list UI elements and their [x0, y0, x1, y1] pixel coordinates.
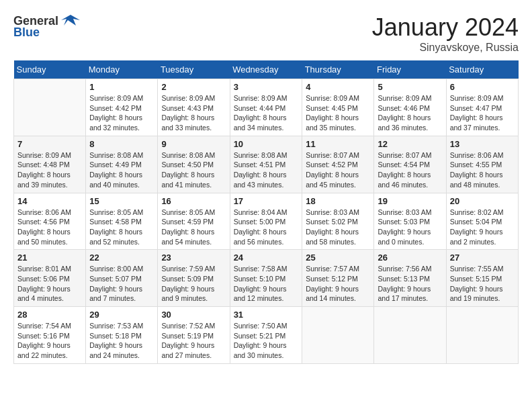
day-number: 28 [17, 310, 82, 320]
day-info: Sunrise: 8:01 AM Sunset: 5:06 PM Dayligh… [17, 264, 82, 304]
day-info: Sunrise: 8:07 AM Sunset: 4:52 PM Dayligh… [306, 150, 370, 190]
calendar-day-cell: 6Sunrise: 8:09 AM Sunset: 4:47 PM Daylig… [446, 79, 518, 136]
day-info: Sunrise: 8:04 AM Sunset: 5:00 PM Dayligh… [234, 208, 299, 247]
calendar-day-cell: 18Sunrise: 8:03 AM Sunset: 5:02 PM Dayli… [302, 193, 374, 250]
day-number: 18 [306, 196, 370, 206]
day-number: 14 [17, 196, 82, 206]
day-info: Sunrise: 8:02 AM Sunset: 5:04 PM Dayligh… [450, 208, 515, 247]
day-number: 9 [161, 139, 226, 149]
calendar-day-cell: 12Sunrise: 8:07 AM Sunset: 4:54 PM Dayli… [374, 136, 446, 193]
svg-marker-0 [61, 15, 80, 26]
day-number: 26 [378, 253, 442, 263]
calendar-week-row: 28Sunrise: 7:54 AM Sunset: 5:16 PM Dayli… [14, 307, 519, 364]
weekday-header-cell: Friday [374, 60, 446, 79]
day-info: Sunrise: 8:08 AM Sunset: 4:50 PM Dayligh… [161, 150, 226, 190]
day-info: Sunrise: 8:09 AM Sunset: 4:45 PM Dayligh… [306, 93, 370, 133]
weekday-header-cell: Thursday [302, 60, 374, 79]
calendar-day-cell: 21Sunrise: 8:01 AM Sunset: 5:06 PM Dayli… [14, 250, 86, 307]
day-number: 12 [378, 139, 442, 149]
day-number: 29 [89, 310, 154, 320]
calendar-day-cell: 27Sunrise: 7:55 AM Sunset: 5:15 PM Dayli… [446, 250, 518, 307]
logo-bird-icon [61, 13, 80, 28]
calendar-day-cell: 4Sunrise: 8:09 AM Sunset: 4:45 PM Daylig… [302, 79, 374, 136]
calendar-day-cell: 9Sunrise: 8:08 AM Sunset: 4:50 PM Daylig… [158, 136, 230, 193]
day-number: 4 [306, 82, 370, 92]
calendar-day-cell: 23Sunrise: 7:59 AM Sunset: 5:09 PM Dayli… [158, 250, 230, 307]
calendar-day-cell [14, 79, 86, 136]
calendar-day-cell: 30Sunrise: 7:52 AM Sunset: 5:19 PM Dayli… [158, 307, 230, 364]
calendar-day-cell: 1Sunrise: 8:09 AM Sunset: 4:42 PM Daylig… [86, 79, 158, 136]
day-info: Sunrise: 8:09 AM Sunset: 4:43 PM Dayligh… [161, 93, 226, 133]
calendar-day-cell: 22Sunrise: 8:00 AM Sunset: 5:07 PM Dayli… [86, 250, 158, 307]
day-number: 2 [161, 82, 226, 92]
calendar-day-cell [446, 307, 518, 364]
day-info: Sunrise: 8:09 AM Sunset: 4:47 PM Dayligh… [450, 93, 515, 133]
day-info: Sunrise: 7:52 AM Sunset: 5:19 PM Dayligh… [161, 321, 226, 361]
day-number: 11 [306, 139, 370, 149]
day-number: 13 [450, 139, 515, 149]
location-subtitle: Sinyavskoye, Russia [372, 42, 519, 54]
day-number: 6 [450, 82, 515, 92]
day-number: 27 [450, 253, 515, 263]
day-number: 3 [234, 82, 299, 92]
day-info: Sunrise: 8:00 AM Sunset: 5:07 PM Dayligh… [89, 264, 154, 304]
calendar-week-row: 21Sunrise: 8:01 AM Sunset: 5:06 PM Dayli… [14, 250, 519, 307]
day-number: 8 [89, 139, 154, 149]
day-number: 30 [161, 310, 226, 320]
calendar-week-row: 7Sunrise: 8:09 AM Sunset: 4:48 PM Daylig… [14, 136, 519, 193]
page-header: General Blue January 2024 Sinyavskoye, R… [13, 13, 519, 54]
day-info: Sunrise: 8:07 AM Sunset: 4:54 PM Dayligh… [378, 150, 442, 190]
day-info: Sunrise: 8:03 AM Sunset: 5:02 PM Dayligh… [306, 208, 370, 247]
day-number: 21 [17, 253, 82, 263]
calendar-day-cell [374, 307, 446, 364]
day-info: Sunrise: 8:08 AM Sunset: 4:49 PM Dayligh… [89, 150, 154, 190]
calendar-week-row: 14Sunrise: 8:06 AM Sunset: 4:56 PM Dayli… [14, 193, 519, 250]
day-info: Sunrise: 8:03 AM Sunset: 5:03 PM Dayligh… [378, 208, 442, 247]
weekday-header-cell: Wednesday [230, 60, 302, 79]
day-number: 1 [89, 82, 154, 92]
day-number: 10 [234, 139, 299, 149]
calendar-day-cell: 17Sunrise: 8:04 AM Sunset: 5:00 PM Dayli… [230, 193, 302, 250]
calendar-day-cell: 8Sunrise: 8:08 AM Sunset: 4:49 PM Daylig… [86, 136, 158, 193]
day-info: Sunrise: 7:57 AM Sunset: 5:12 PM Dayligh… [306, 264, 370, 304]
day-info: Sunrise: 7:53 AM Sunset: 5:18 PM Dayligh… [89, 321, 154, 361]
logo-blue-text: Blue [13, 26, 40, 40]
logo: General Blue [13, 13, 80, 40]
weekday-header-row: SundayMondayTuesdayWednesdayThursdayFrid… [14, 60, 519, 79]
day-info: Sunrise: 8:06 AM Sunset: 4:55 PM Dayligh… [450, 150, 515, 190]
day-info: Sunrise: 7:56 AM Sunset: 5:13 PM Dayligh… [378, 264, 442, 304]
calendar-day-cell: 26Sunrise: 7:56 AM Sunset: 5:13 PM Dayli… [374, 250, 446, 307]
weekday-header-cell: Sunday [14, 60, 86, 79]
day-info: Sunrise: 8:09 AM Sunset: 4:46 PM Dayligh… [378, 93, 442, 133]
calendar-day-cell: 7Sunrise: 8:09 AM Sunset: 4:48 PM Daylig… [14, 136, 86, 193]
month-year-title: January 2024 [372, 13, 519, 42]
day-info: Sunrise: 8:09 AM Sunset: 4:42 PM Dayligh… [89, 93, 154, 133]
calendar-day-cell: 20Sunrise: 8:02 AM Sunset: 5:04 PM Dayli… [446, 193, 518, 250]
day-number: 17 [234, 196, 299, 206]
calendar-day-cell: 15Sunrise: 8:05 AM Sunset: 4:58 PM Dayli… [86, 193, 158, 250]
calendar-day-cell: 5Sunrise: 8:09 AM Sunset: 4:46 PM Daylig… [374, 79, 446, 136]
calendar-day-cell: 10Sunrise: 8:08 AM Sunset: 4:51 PM Dayli… [230, 136, 302, 193]
weekday-header-cell: Tuesday [158, 60, 230, 79]
day-info: Sunrise: 8:09 AM Sunset: 4:44 PM Dayligh… [234, 93, 299, 133]
day-info: Sunrise: 8:05 AM Sunset: 4:58 PM Dayligh… [89, 208, 154, 247]
calendar-day-cell: 19Sunrise: 8:03 AM Sunset: 5:03 PM Dayli… [374, 193, 446, 250]
day-number: 31 [234, 310, 299, 320]
calendar-day-cell: 14Sunrise: 8:06 AM Sunset: 4:56 PM Dayli… [14, 193, 86, 250]
day-number: 5 [378, 82, 442, 92]
day-number: 16 [161, 196, 226, 206]
day-number: 25 [306, 253, 370, 263]
calendar-table: SundayMondayTuesdayWednesdayThursdayFrid… [13, 60, 519, 364]
day-number: 19 [378, 196, 442, 206]
day-number: 22 [89, 253, 154, 263]
calendar-body: 1Sunrise: 8:09 AM Sunset: 4:42 PM Daylig… [14, 79, 519, 364]
calendar-day-cell: 29Sunrise: 7:53 AM Sunset: 5:18 PM Dayli… [86, 307, 158, 364]
calendar-day-cell: 24Sunrise: 7:58 AM Sunset: 5:10 PM Dayli… [230, 250, 302, 307]
day-info: Sunrise: 7:55 AM Sunset: 5:15 PM Dayligh… [450, 264, 515, 304]
calendar-day-cell [302, 307, 374, 364]
weekday-header-cell: Monday [86, 60, 158, 79]
calendar-day-cell: 2Sunrise: 8:09 AM Sunset: 4:43 PM Daylig… [158, 79, 230, 136]
day-info: Sunrise: 7:54 AM Sunset: 5:16 PM Dayligh… [17, 321, 82, 361]
weekday-header-cell: Saturday [446, 60, 518, 79]
day-info: Sunrise: 8:08 AM Sunset: 4:51 PM Dayligh… [234, 150, 299, 190]
